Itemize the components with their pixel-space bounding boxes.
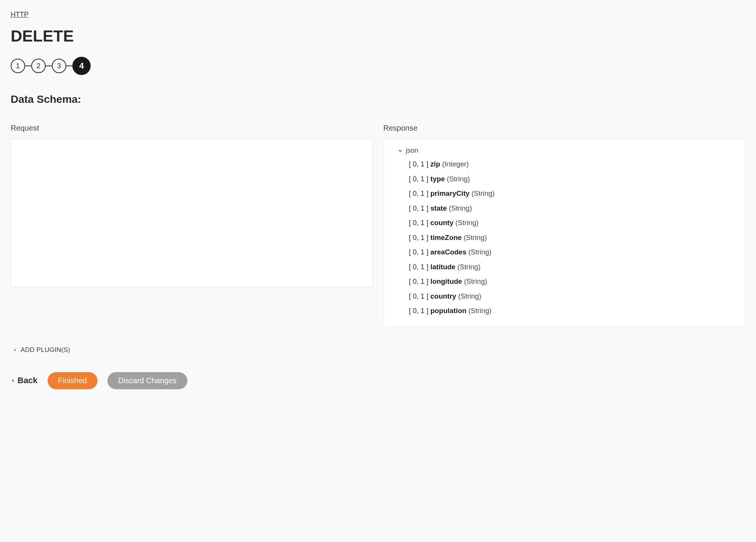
field-type: (String) bbox=[447, 204, 472, 212]
chevron-right-icon bbox=[13, 348, 17, 352]
field-cardinality: [ 0, 1 ] bbox=[409, 219, 431, 227]
field-name: areaCodes bbox=[430, 248, 467, 256]
field-type: (Integer) bbox=[440, 160, 469, 168]
field-type: (String) bbox=[462, 277, 487, 285]
field-cardinality: [ 0, 1 ] bbox=[409, 277, 431, 285]
footer-actions: Back Finished Discard Changes bbox=[11, 372, 745, 389]
request-panel[interactable] bbox=[11, 139, 373, 287]
schema-field-zip[interactable]: [ 0, 1 ] zip (Integer) bbox=[409, 157, 736, 172]
field-cardinality: [ 0, 1 ] bbox=[409, 248, 431, 256]
field-name: population bbox=[430, 307, 467, 315]
field-type: (String) bbox=[454, 219, 479, 227]
field-name: timeZone bbox=[430, 233, 462, 241]
field-cardinality: [ 0, 1 ] bbox=[409, 175, 431, 183]
field-name: longitude bbox=[430, 277, 462, 285]
schema-field-areaCodes[interactable]: [ 0, 1 ] areaCodes (String) bbox=[409, 245, 736, 260]
request-column: Request bbox=[11, 124, 373, 326]
step-1[interactable]: 1 bbox=[11, 59, 25, 73]
chevron-left-icon bbox=[11, 378, 15, 383]
response-label: Response bbox=[384, 124, 746, 133]
finished-button[interactable]: Finished bbox=[48, 372, 98, 389]
breadcrumb-http[interactable]: HTTP bbox=[11, 11, 29, 19]
field-type: (String) bbox=[456, 263, 481, 271]
field-cardinality: [ 0, 1 ] bbox=[409, 160, 431, 168]
step-3[interactable]: 3 bbox=[52, 59, 66, 73]
field-name: type bbox=[430, 175, 445, 183]
schema-field-primaryCity[interactable]: [ 0, 1 ] primaryCity (String) bbox=[409, 186, 736, 201]
back-button[interactable]: Back bbox=[11, 376, 38, 385]
schema-field-latitude[interactable]: [ 0, 1 ] latitude (String) bbox=[409, 260, 736, 275]
field-cardinality: [ 0, 1 ] bbox=[409, 263, 431, 271]
field-name: primaryCity bbox=[430, 189, 470, 197]
field-cardinality: [ 0, 1 ] bbox=[409, 204, 431, 212]
field-name: latitude bbox=[430, 263, 456, 271]
field-name: county bbox=[430, 219, 454, 227]
schema-field-timeZone[interactable]: [ 0, 1 ] timeZone (String) bbox=[409, 230, 736, 245]
response-panel[interactable]: json [ 0, 1 ] zip (Integer)[ 0, 1 ] type… bbox=[384, 139, 746, 326]
field-type: (String) bbox=[467, 248, 492, 256]
chevron-down-icon bbox=[398, 148, 403, 153]
step-4[interactable]: 4 bbox=[72, 57, 91, 75]
field-cardinality: [ 0, 1 ] bbox=[409, 307, 431, 315]
field-name: state bbox=[430, 204, 447, 212]
request-label: Request bbox=[11, 124, 373, 133]
discard-button[interactable]: Discard Changes bbox=[107, 372, 187, 389]
tree-root-label: json bbox=[406, 147, 419, 155]
field-cardinality: [ 0, 1 ] bbox=[409, 189, 431, 197]
schema-field-state[interactable]: [ 0, 1 ] state (String) bbox=[409, 201, 736, 216]
back-label: Back bbox=[18, 376, 38, 385]
page-title: DELETE bbox=[11, 27, 745, 45]
field-cardinality: [ 0, 1 ] bbox=[409, 233, 431, 241]
field-cardinality: [ 0, 1 ] bbox=[409, 292, 431, 300]
add-plugins-label: ADD PLUGIN(S) bbox=[21, 346, 70, 354]
field-name: zip bbox=[430, 160, 440, 168]
field-type: (String) bbox=[467, 307, 492, 315]
schema-field-country[interactable]: [ 0, 1 ] country (String) bbox=[409, 289, 736, 304]
field-type: (String) bbox=[462, 233, 487, 241]
schema-field-type[interactable]: [ 0, 1 ] type (String) bbox=[409, 172, 736, 187]
schema-field-county[interactable]: [ 0, 1 ] county (String) bbox=[409, 216, 736, 230]
field-type: (String) bbox=[470, 189, 495, 197]
step-connector bbox=[25, 66, 31, 66]
add-plugins-toggle[interactable]: ADD PLUGIN(S) bbox=[13, 346, 70, 354]
schema-field-population[interactable]: [ 0, 1 ] population (String) bbox=[409, 304, 736, 318]
stepper: 1234 bbox=[11, 57, 745, 75]
field-name: country bbox=[430, 292, 456, 300]
section-title: Data Schema: bbox=[11, 93, 745, 106]
response-column: Response json [ 0, 1 ] zip (Integer)[ 0,… bbox=[384, 124, 746, 326]
step-connector bbox=[66, 66, 72, 66]
field-type: (String) bbox=[456, 292, 481, 300]
tree-children: [ 0, 1 ] zip (Integer)[ 0, 1 ] type (Str… bbox=[409, 157, 736, 318]
step-connector bbox=[46, 66, 52, 66]
schema-field-longitude[interactable]: [ 0, 1 ] longitude (String) bbox=[409, 274, 736, 289]
step-2[interactable]: 2 bbox=[31, 59, 46, 73]
field-type: (String) bbox=[445, 175, 470, 183]
tree-root-json[interactable]: json bbox=[398, 147, 736, 155]
